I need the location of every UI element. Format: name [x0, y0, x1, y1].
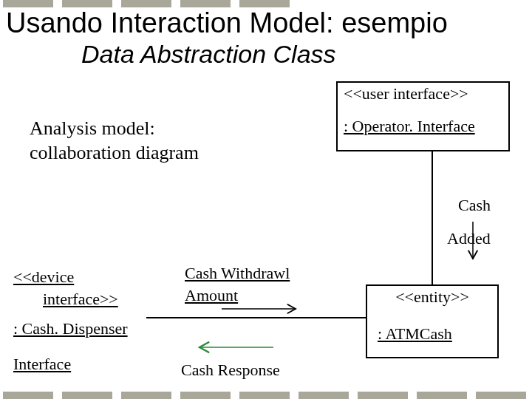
- message-withdrawl: Cash Withdrawl Amount: [185, 262, 290, 306]
- note-line1: Analysis model:: [30, 117, 155, 139]
- object-operator-interface: : Operator. Interface: [338, 115, 508, 137]
- message-cash: Cash: [458, 196, 491, 215]
- uml-box-atmcash: <<entity>> : ATMCash: [366, 284, 499, 358]
- stereotype-entity: <<entity>>: [367, 286, 497, 308]
- object-cash-dispenser: : Cash. Dispenser: [13, 319, 128, 338]
- message-withdrawl-line1: Cash Withdrawl: [185, 264, 290, 282]
- slide-title: Usando Interaction Model: esempio: [6, 7, 526, 39]
- uml-box-operator-interface: <<user interface>> : Operator. Interface: [336, 81, 510, 151]
- uml-box-cash-dispenser: <<device interface>>: [13, 266, 118, 310]
- message-added: Added: [447, 229, 491, 248]
- object-atmcash: : ATMCash: [367, 323, 497, 345]
- decor-bar-top: [0, 0, 532, 7]
- stereotype-user-interface: <<user interface>>: [338, 83, 508, 105]
- decor-bar-bottom: [0, 392, 532, 399]
- message-cash-response: Cash Response: [181, 361, 280, 380]
- slide-subtitle: Data Abstraction Class: [81, 40, 336, 69]
- object-cash-dispenser-suffix: Interface: [13, 355, 71, 374]
- stereotype-device-line2: interface>>: [13, 290, 118, 308]
- note-line2: collaboration diagram: [30, 142, 199, 163]
- message-withdrawl-line2: Amount: [185, 286, 238, 304]
- slide-canvas: Usando Interaction Model: esempio Data A…: [0, 0, 532, 399]
- stereotype-device-line1: <<device: [13, 267, 74, 286]
- note-analysis-model: Analysis model: collaboration diagram: [30, 117, 199, 165]
